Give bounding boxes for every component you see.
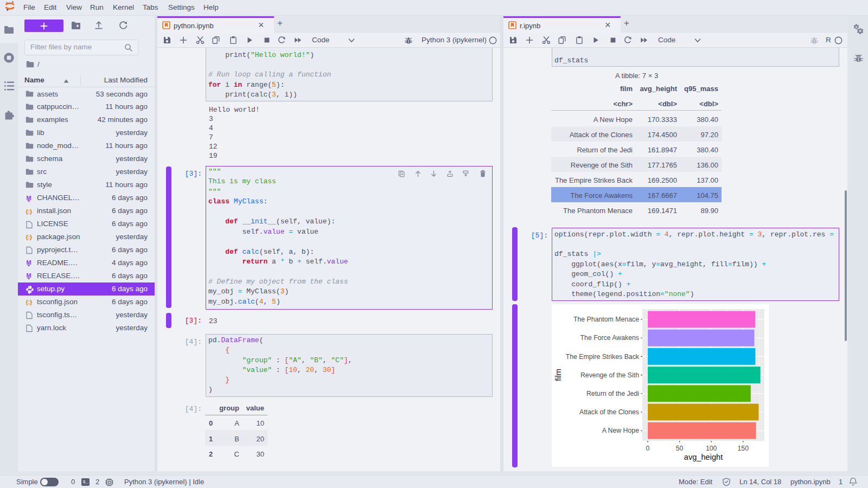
svg-text:Return of the Jedi: Return of the Jedi <box>586 390 639 397</box>
svg-text:M: M <box>27 272 31 279</box>
svg-text:0: 0 <box>646 445 650 452</box>
svg-text:The Empire Strikes Back: The Empire Strikes Back <box>566 353 640 361</box>
svg-text:The Phantom Menace: The Phantom Menace <box>573 316 639 323</box>
svg-text:150: 150 <box>738 445 749 452</box>
svg-text:{:}: {:} <box>26 208 33 214</box>
svg-text:Revenge of the Sith: Revenge of the Sith <box>580 371 639 379</box>
svg-text:A New Hope: A New Hope <box>602 427 640 434</box>
svg-text:{:}: {:} <box>26 299 33 305</box>
svg-text:M: M <box>27 195 31 201</box>
svg-text:film: film <box>554 369 563 381</box>
svg-text:M: M <box>27 259 31 266</box>
svg-text:Attack of the Clones: Attack of the Clones <box>579 408 639 416</box>
svg-text:50: 50 <box>676 445 684 452</box>
svg-text:The Force Awakens: The Force Awakens <box>580 334 639 342</box>
svg-text:avg_height: avg_height <box>684 453 723 461</box>
svg-text:100: 100 <box>706 445 717 452</box>
svg-text:{:}: {:} <box>26 234 33 240</box>
